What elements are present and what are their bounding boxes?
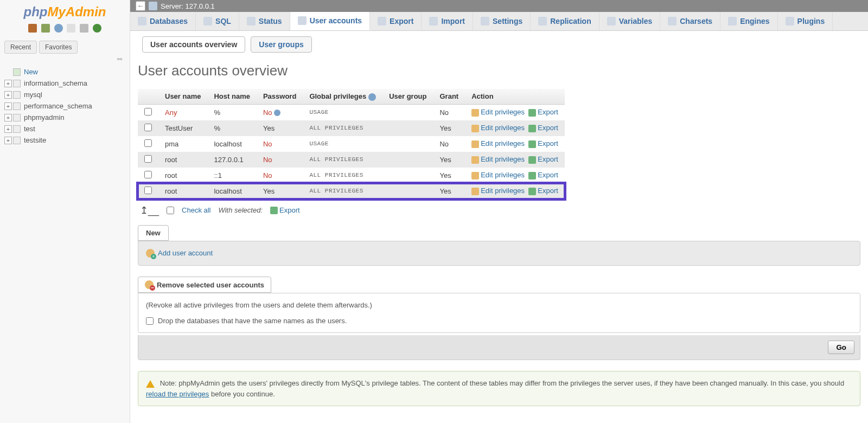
reload-privileges-link[interactable]: reload the privileges [146,390,209,398]
cell-host: 127.0.0.1 [207,152,256,168]
docs-icon[interactable] [67,24,75,33]
tab-sql[interactable]: SQL [196,12,239,30]
link-icon[interactable]: ⚯ [0,56,130,66]
table-row: root::1NoALL PRIVILEGESYesEdit privilege… [138,168,565,183]
tree-new[interactable]: New [4,66,125,78]
main-tabs: DatabasesSQLStatusUser accountsExportImp… [130,12,868,31]
row-checkbox[interactable] [144,187,152,194]
export-link[interactable]: Export [528,155,558,163]
add-user-link[interactable]: Add user account [146,249,213,257]
help-icon[interactable] [368,93,376,101]
tab-variables[interactable]: Variables [599,12,661,30]
export-icon [270,207,278,214]
sidebar-tab-favorites[interactable]: Favorites [39,41,78,54]
checkall-checkbox[interactable] [167,207,174,214]
table-row: Any%NoUSAGENoEdit privileges Export [138,104,565,120]
tab-icon [481,17,489,25]
row-checkbox[interactable] [144,124,152,131]
edit-privileges-link[interactable]: Edit privileges [471,108,525,116]
tab-user-accounts[interactable]: User accounts [290,12,370,30]
tab-status[interactable]: Status [239,12,290,30]
expand-icon[interactable]: + [4,114,12,121]
cell-host: localhost [207,183,256,199]
cell-grant: Yes [433,120,465,136]
subtab-user-accounts-overview[interactable]: User accounts overview [142,36,245,53]
lock-icon [274,110,280,116]
tab-replication[interactable]: Replication [531,12,599,30]
tab-icon [538,17,547,25]
tab-icon [429,17,438,25]
sidebar-tab-recent[interactable]: Recent [4,41,37,54]
tab-icon [378,17,386,25]
new-db-icon [13,68,21,76]
row-checkbox[interactable] [144,155,152,163]
edit-icon [471,140,479,148]
tab-export[interactable]: Export [370,12,422,30]
tree-db-testsite[interactable]: +testsite [4,134,125,146]
db-icon [13,102,21,110]
export-link[interactable]: Export [528,108,558,116]
edit-privileges-link[interactable]: Edit privileges [471,187,525,195]
cell-privileges: ALL PRIVILEGES [303,183,382,199]
tab-engines[interactable]: Engines [720,12,777,30]
settings-icon[interactable] [80,24,88,33]
cell-usergroup [382,183,433,199]
tree-db-phpmyadmin[interactable]: +phpmyadmin [4,112,125,123]
tree-db-information_schema[interactable]: +information_schema [4,78,125,89]
tab-databases[interactable]: Databases [130,12,196,30]
table-row: rootlocalhostYesALL PRIVILEGESYesEdit pr… [138,183,565,199]
home-icon[interactable] [28,24,37,33]
row-checkbox[interactable] [144,171,152,178]
expand-icon[interactable]: + [4,102,12,110]
tree-db-test[interactable]: +test [4,123,125,134]
edit-privileges-link[interactable]: Edit privileges [471,155,525,163]
sidebar-quick-icons [0,22,130,39]
edit-privileges-link[interactable]: Edit privileges [471,171,525,179]
export-link[interactable]: Export [528,124,558,132]
help-icon[interactable] [54,24,63,33]
remove-panel: Remove selected user accounts (Revoke al… [138,277,860,360]
bulk-export[interactable]: Export [270,206,300,215]
page-title: User accounts overview [138,62,860,79]
cell-usergroup [382,136,433,152]
drop-db-checkbox[interactable] [146,317,154,325]
cell-user: TestUser [158,120,207,136]
tab-import[interactable]: Import [422,12,473,30]
cell-grant: Yes [433,152,465,168]
subtab-user-groups[interactable]: User groups [251,36,311,53]
cell-grant: Yes [433,168,465,183]
cell-usergroup [382,120,433,136]
expand-icon[interactable]: + [4,125,12,133]
arrow-up-icon: ↥__ [140,204,159,216]
checkall-row: ↥__ Check all With selected: Export [138,199,860,225]
col-global-privileges: Global privileges [303,89,382,104]
edit-privileges-link[interactable]: Edit privileges [471,139,525,148]
row-checkbox[interactable] [144,139,152,147]
logout-icon[interactable] [41,24,50,33]
col-user-name: User name [158,89,207,104]
tab-charsets[interactable]: Charsets [660,12,720,30]
export-link[interactable]: Export [528,171,558,179]
cell-privileges: ALL PRIVILEGES [303,120,382,136]
export-link[interactable]: Export [528,187,558,195]
drop-db-option[interactable]: Drop the databases that have the same na… [146,317,852,325]
tab-settings[interactable]: Settings [473,12,531,30]
export-link[interactable]: Export [528,139,558,148]
checkall-label[interactable]: Check all [182,206,210,214]
expand-icon[interactable]: + [4,80,12,87]
tree-db-mysql[interactable]: +mysql [4,89,125,100]
tab-icon [668,17,676,25]
row-checkbox[interactable] [144,108,152,116]
tree-db-performance_schema[interactable]: +performance_schema [4,100,125,112]
edit-privileges-link[interactable]: Edit privileges [471,124,525,132]
tab-plugins[interactable]: Plugins [778,12,833,30]
table-row: root127.0.0.1NoALL PRIVILEGESYesEdit pri… [138,152,565,168]
cell-actions: Edit privileges Export [465,183,565,199]
expand-icon[interactable]: + [4,91,12,99]
reload-icon[interactable] [93,24,101,33]
expand-icon[interactable]: + [4,137,12,144]
cell-user: Any [158,104,207,120]
go-button[interactable]: Go [828,341,854,354]
logo[interactable]: phpMyAdmin [0,0,130,22]
nav-back-button[interactable]: ← [136,1,145,11]
